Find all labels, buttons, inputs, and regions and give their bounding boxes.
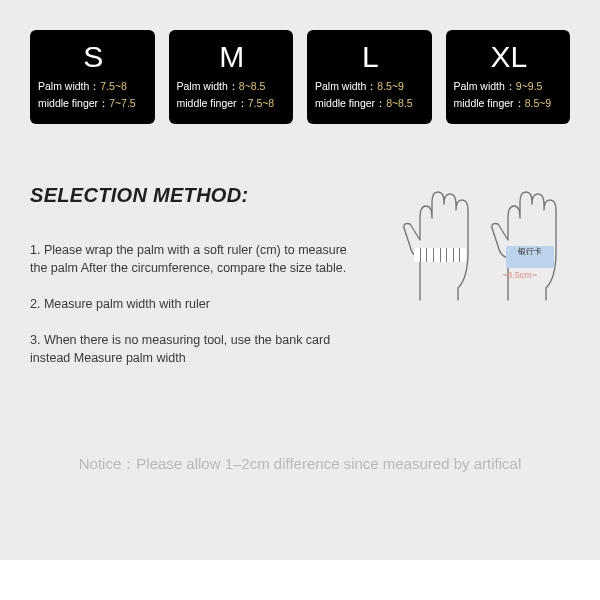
selection-method-heading: SELECTION METHOD: bbox=[30, 184, 390, 207]
middle-finger-label: middle finger： bbox=[315, 97, 386, 109]
middle-finger-label: middle finger： bbox=[454, 97, 525, 109]
palm-width-value: 9~9.5 bbox=[516, 80, 543, 92]
palm-width-line: Palm width：7.5~8 bbox=[38, 78, 149, 95]
middle-finger-line: middle finger：8.5~9 bbox=[454, 95, 565, 112]
hand-with-card-illustration: 银行卡 ~8.5cm~ bbox=[488, 188, 570, 303]
palm-width-label: Palm width： bbox=[38, 80, 100, 92]
size-card-l: L Palm width：8.5~9 middle finger：8~8.5 bbox=[307, 30, 432, 124]
ruler-icon bbox=[414, 248, 466, 262]
middle-finger-line: middle finger：8~8.5 bbox=[315, 95, 426, 112]
size-letter: XL bbox=[454, 40, 565, 74]
middle-finger-value: 8~8.5 bbox=[386, 97, 413, 109]
palm-width-line: Palm width：9~9.5 bbox=[454, 78, 565, 95]
size-card-s: S Palm width：7.5~8 middle finger：7~7.5 bbox=[30, 30, 155, 124]
palm-width-line: Palm width：8~8.5 bbox=[177, 78, 288, 95]
palm-width-value: 8~8.5 bbox=[239, 80, 266, 92]
middle-finger-value: 8.5~9 bbox=[525, 97, 552, 109]
middle-finger-label: middle finger： bbox=[177, 97, 248, 109]
middle-finger-label: middle finger： bbox=[38, 97, 109, 109]
instructions-column: SELECTION METHOD: 1. Please wrap the pal… bbox=[30, 184, 390, 386]
middle-finger-value: 7~7.5 bbox=[109, 97, 136, 109]
step-3: 3. When there is no measuring tool, use … bbox=[30, 331, 350, 367]
size-letter: M bbox=[177, 40, 288, 74]
measurement-label: ~8.5cm~ bbox=[502, 270, 537, 280]
palm-width-label: Palm width： bbox=[177, 80, 239, 92]
size-card-row: S Palm width：7.5~8 middle finger：7~7.5 M… bbox=[30, 30, 570, 124]
size-letter: S bbox=[38, 40, 149, 74]
palm-width-value: 7.5~8 bbox=[100, 80, 127, 92]
step-2: 2. Measure palm width with ruler bbox=[30, 295, 350, 313]
bank-card-icon: 银行卡 bbox=[506, 246, 554, 268]
illustration-column: 银行卡 ~8.5cm~ bbox=[400, 184, 570, 386]
palm-width-label: Palm width： bbox=[315, 80, 377, 92]
bank-card-label: 银行卡 bbox=[506, 246, 554, 257]
middle-finger-value: 7.5~8 bbox=[248, 97, 275, 109]
size-card-xl: XL Palm width：9~9.5 middle finger：8.5~9 bbox=[446, 30, 571, 124]
hand-outline-icon bbox=[400, 188, 482, 303]
sizing-panel: S Palm width：7.5~8 middle finger：7~7.5 M… bbox=[0, 0, 600, 560]
notice-text: Notice：Please allow 1–2cm difference sin… bbox=[30, 455, 570, 474]
palm-width-value: 8.5~9 bbox=[377, 80, 404, 92]
content-row: SELECTION METHOD: 1. Please wrap the pal… bbox=[30, 184, 570, 386]
size-card-m: M Palm width：8~8.5 middle finger：7.5~8 bbox=[169, 30, 294, 124]
palm-width-line: Palm width：8.5~9 bbox=[315, 78, 426, 95]
size-letter: L bbox=[315, 40, 426, 74]
middle-finger-line: middle finger：7.5~8 bbox=[177, 95, 288, 112]
step-1: 1. Please wrap the palm with a soft rule… bbox=[30, 241, 350, 277]
hand-with-ruler-illustration bbox=[400, 188, 482, 303]
palm-width-label: Palm width： bbox=[454, 80, 516, 92]
middle-finger-line: middle finger：7~7.5 bbox=[38, 95, 149, 112]
